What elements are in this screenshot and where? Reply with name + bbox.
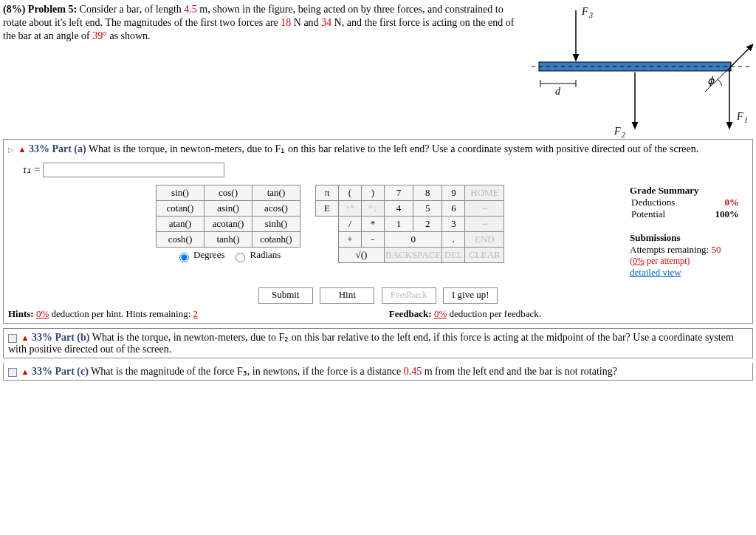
key-9[interactable]: 9 [442, 185, 465, 201]
key-1[interactable]: 1 [385, 217, 413, 232]
key-e[interactable]: E [316, 201, 339, 217]
fn-tanh[interactable]: tanh() [205, 232, 252, 248]
answer-row: τ₁ = [23, 163, 748, 177]
problem-header-area: (8%) Problem 5: Consider a bar, of lengt… [3, 3, 753, 136]
submit-button[interactable]: Submit [258, 287, 313, 304]
key-lparen[interactable]: ( [339, 185, 362, 201]
key-dot[interactable]: . [442, 232, 465, 248]
function-buttons: sin()cos()tan() cotan()asin()acos() atan… [156, 185, 300, 264]
part-b-section: ▲ 33% Part (b) What is the torque, in ne… [3, 328, 753, 358]
svg-line-12 [729, 44, 753, 68]
degrees-radio[interactable]: Degrees [176, 249, 225, 260]
key-sqrt[interactable]: √() [339, 248, 385, 263]
warning-icon: ▲ [21, 333, 30, 342]
fn-asin[interactable]: asin() [205, 201, 252, 217]
key-8[interactable]: 8 [413, 185, 442, 201]
problem-label: Problem 5: [28, 4, 77, 15]
hint-button[interactable]: Hint [320, 287, 374, 304]
hints-footer: Hints: 0% deduction per hint. Hints rema… [8, 308, 748, 320]
svg-text:ϕ: ϕ [707, 75, 715, 86]
key-pi[interactable]: π [316, 185, 339, 201]
detailed-view-link[interactable]: detailed view [630, 267, 740, 279]
key-plus[interactable]: + [339, 232, 362, 248]
part-b-question: What is the torque, in newton-meters, du… [8, 332, 734, 355]
numpad: π ( ) 7 8 9 HOME E ↑ᴬ ᴬ↓ 4 5 6 ← / * [315, 185, 504, 263]
fn-cotanh[interactable]: cotanh() [252, 232, 300, 248]
svg-text:1: 1 [744, 116, 748, 124]
warning-icon: ▲ [21, 367, 30, 376]
calculator-area: sin()cos()tan() cotan()asin()acos() atan… [141, 185, 300, 264]
key-0[interactable]: 0 [385, 232, 442, 248]
svg-text:F: F [736, 111, 743, 122]
fn-sin[interactable]: sin() [157, 185, 205, 201]
collapse-icon[interactable] [8, 368, 17, 377]
fn-acos[interactable]: acos() [252, 201, 300, 217]
key-5[interactable]: 5 [413, 201, 442, 217]
key-home[interactable]: HOME [465, 185, 504, 201]
problem-statement: (8%) Problem 5: Consider a bar, of lengt… [3, 3, 532, 44]
key-down[interactable]: ᴬ↓ [362, 201, 385, 217]
fn-acotan[interactable]: acotan() [205, 217, 252, 232]
svg-text:2: 2 [622, 131, 625, 139]
warning-icon: ▲ [18, 145, 27, 154]
problem-figure: F3 d F2 F1 ϕ [532, 3, 753, 136]
feedback-button[interactable]: Feedback [382, 287, 436, 304]
svg-text:3: 3 [588, 11, 593, 19]
problem-percent: (8%) [3, 4, 25, 15]
part-a-header: ▷ ▲ 33% Part (a) What is the torque, in … [8, 143, 748, 155]
key-div[interactable]: / [339, 217, 362, 232]
key-up[interactable]: ↑ᴬ [339, 201, 362, 217]
part-a-question: What is the torque, in newton-meters, du… [89, 143, 698, 154]
svg-text:F: F [614, 126, 621, 137]
fn-cos[interactable]: cos() [205, 185, 252, 201]
key-left[interactable]: ← [465, 201, 504, 217]
radians-radio[interactable]: Radians [232, 249, 281, 260]
key-end[interactable]: END [465, 232, 504, 248]
giveup-button[interactable]: I give up! [443, 287, 498, 304]
fn-cosh[interactable]: cosh() [157, 232, 205, 248]
collapse-icon[interactable] [8, 334, 17, 343]
fn-tan[interactable]: tan() [252, 185, 300, 201]
key-right[interactable]: → [465, 217, 504, 232]
key-mul[interactable]: * [362, 217, 385, 232]
answer-input[interactable] [43, 163, 224, 177]
fn-atan[interactable]: atan() [157, 217, 205, 232]
key-clear[interactable]: CLEAR [465, 248, 504, 263]
key-backspace[interactable]: BACKSPACE [385, 248, 442, 263]
key-del[interactable]: DEL [442, 248, 465, 263]
key-2[interactable]: 2 [413, 217, 442, 232]
answer-var: τ₁ = [23, 164, 43, 175]
part-c-section: ▲ 33% Part (c) What is the magnitude of … [3, 363, 753, 381]
svg-text:d: d [555, 86, 561, 97]
key-6[interactable]: 6 [442, 201, 465, 217]
grade-summary: Grade Summary Deductions0% Potential100%… [630, 185, 748, 279]
key-minus[interactable]: - [362, 232, 385, 248]
fn-sinh[interactable]: sinh() [252, 217, 300, 232]
action-buttons: Submit Hint Feedback I give up! [8, 287, 748, 304]
key-3[interactable]: 3 [442, 217, 465, 232]
key-rparen[interactable]: ) [362, 185, 385, 201]
key-7[interactable]: 7 [385, 185, 413, 201]
fn-cotan[interactable]: cotan() [157, 201, 205, 217]
key-4[interactable]: 4 [385, 201, 413, 217]
svg-text:F: F [581, 6, 588, 17]
part-a-section: ▷ ▲ 33% Part (a) What is the torque, in … [3, 139, 753, 324]
expand-icon[interactable]: ▷ [8, 146, 14, 154]
